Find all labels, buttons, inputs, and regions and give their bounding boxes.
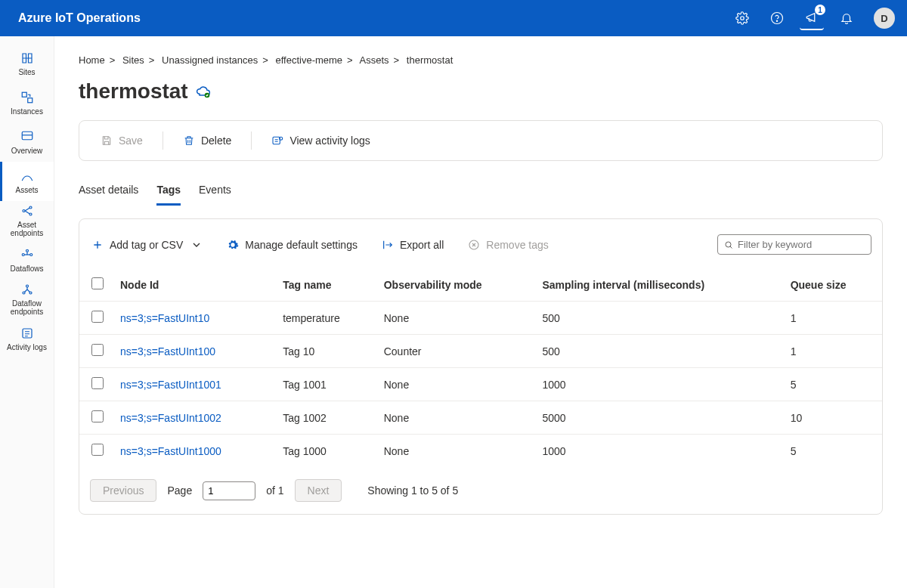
observability-cell: None <box>376 302 535 335</box>
row-checkbox[interactable] <box>91 377 104 389</box>
sampling-cell: 5000 <box>534 401 782 435</box>
queue-cell: 10 <box>783 401 882 435</box>
view-activity-logs-button[interactable]: View activity logs <box>264 130 377 151</box>
brand-title: Azure IoT Operations <box>18 11 141 25</box>
sidebar-item-sites[interactable]: Sites <box>0 44 54 83</box>
breadcrumb-current: thermostat <box>407 54 453 66</box>
node-id-link[interactable]: ns=3;s=FastUInt10 <box>113 302 275 335</box>
manage-defaults-button[interactable]: Manage default settings <box>225 236 359 254</box>
breadcrumb-link[interactable]: Sites <box>122 54 144 66</box>
delete-button[interactable]: Delete <box>175 130 239 151</box>
filter-input[interactable] <box>738 239 865 250</box>
observability-cell: Counter <box>376 335 535 368</box>
tags-table: Node Id Tag name Observability mode Samp… <box>79 268 882 467</box>
row-checkbox[interactable] <box>91 444 104 456</box>
breadcrumb-link[interactable]: effective-meme <box>275 54 342 66</box>
page-input[interactable] <box>203 481 255 500</box>
tag-name-cell: Tag 1000 <box>275 435 376 468</box>
plus-icon <box>91 239 104 251</box>
col-tag-name[interactable]: Tag name <box>275 268 376 302</box>
row-checkbox[interactable] <box>91 344 104 356</box>
save-button: Save <box>93 130 150 151</box>
observability-cell: None <box>376 401 535 435</box>
search-icon <box>724 240 733 250</box>
save-icon <box>101 135 113 147</box>
alerts-button[interactable]: 1 <box>800 6 824 30</box>
alert-badge: 1 <box>815 5 825 15</box>
table-row: ns=3;s=FastUInt10temperatureNone5001 <box>79 302 882 335</box>
tag-name-cell: Tag 1002 <box>275 401 376 435</box>
add-tag-button[interactable]: Add tag or CSV <box>90 236 204 254</box>
trash-icon <box>183 135 195 147</box>
node-id-link[interactable]: ns=3;s=FastUInt100 <box>113 335 275 368</box>
breadcrumb-link[interactable]: Unassigned instances <box>162 54 258 66</box>
col-queue[interactable]: Queue size <box>783 268 882 302</box>
breadcrumb-link[interactable]: Assets <box>360 54 389 66</box>
previous-button: Previous <box>90 479 156 502</box>
row-checkbox[interactable] <box>91 410 104 422</box>
sampling-cell: 1000 <box>534 435 782 468</box>
remove-tags-button: Remove tags <box>466 236 549 254</box>
sidebar-item-assets[interactable]: Assets <box>0 162 54 201</box>
sidebar-item-activity-logs[interactable]: Activity logs <box>0 319 54 358</box>
help-button[interactable] <box>765 6 789 30</box>
table-row: ns=3;s=FastUInt1002Tag 1002None500010 <box>79 401 882 435</box>
queue-cell: 5 <box>783 435 882 468</box>
toolbar: Save Delete View activity logs <box>79 120 883 161</box>
tags-card: Add tag or CSV Manage default settings E… <box>79 218 883 515</box>
remove-icon <box>468 239 480 251</box>
svg-point-6 <box>23 210 25 212</box>
sampling-cell: 500 <box>534 302 782 335</box>
tag-name-cell: Tag 1001 <box>275 368 376 401</box>
svg-rect-5 <box>22 132 33 140</box>
main-content: Home> Sites> Unassigned instances> effec… <box>54 36 907 588</box>
tag-name-cell: temperature <box>275 302 376 335</box>
node-id-link[interactable]: ns=3;s=FastUInt1002 <box>113 401 275 435</box>
tabs: Asset details Tags Events <box>79 179 883 206</box>
sidebar-item-overview[interactable]: Overview <box>0 122 54 162</box>
tab-asset-details[interactable]: Asset details <box>79 179 138 206</box>
svg-rect-17 <box>273 137 280 144</box>
separator <box>251 132 252 150</box>
breadcrumb: Home> Sites> Unassigned instances> effec… <box>79 54 883 66</box>
avatar[interactable]: D <box>874 8 895 29</box>
page-title-row: thermostat <box>79 79 883 104</box>
sidebar-item-instances[interactable]: Instances <box>0 83 54 122</box>
col-observability[interactable]: Observability mode <box>376 268 535 302</box>
svg-point-8 <box>29 213 32 215</box>
table-row: ns=3;s=FastUInt1001Tag 1001None10005 <box>79 368 882 401</box>
row-checkbox[interactable] <box>91 311 104 323</box>
activity-icon <box>271 135 283 147</box>
node-id-link[interactable]: ns=3;s=FastUInt1000 <box>113 435 275 468</box>
export-all-button[interactable]: Export all <box>380 236 445 254</box>
next-button: Next <box>295 479 342 502</box>
select-all-checkbox[interactable] <box>91 277 104 289</box>
node-id-link[interactable]: ns=3;s=FastUInt1001 <box>113 368 275 401</box>
svg-point-7 <box>29 206 32 209</box>
breadcrumb-link[interactable]: Home <box>79 54 105 66</box>
svg-point-11 <box>26 249 28 252</box>
observability-cell: None <box>376 435 535 468</box>
sidebar-item-asset-endpoints[interactable]: Asset endpoints <box>0 201 54 240</box>
top-bar: Azure IoT Operations 1 D <box>0 0 907 36</box>
header-actions: 1 D <box>730 6 895 30</box>
export-icon <box>382 239 394 251</box>
col-node-id[interactable]: Node Id <box>113 268 275 302</box>
assets-icon <box>20 169 34 183</box>
sidebar-item-dataflow-endpoints[interactable]: Dataflow endpoints <box>0 280 54 319</box>
table-actions: Add tag or CSV Manage default settings E… <box>79 230 882 268</box>
separator <box>163 132 163 150</box>
sidebar-item-dataflows[interactable]: Dataflows <box>0 240 54 280</box>
notifications-button[interactable] <box>834 6 859 30</box>
sidebar: Sites Instances Overview Assets Asset en… <box>0 36 54 588</box>
settings-button[interactable] <box>730 6 754 30</box>
tab-events[interactable]: Events <box>199 179 231 206</box>
page-of: of 1 <box>266 484 283 497</box>
dataflows-icon <box>20 248 34 262</box>
bell-icon <box>840 11 853 25</box>
gear-icon <box>735 11 749 25</box>
filter-field[interactable] <box>717 234 871 255</box>
col-sampling[interactable]: Sampling interval (milliseconds) <box>534 268 782 302</box>
tab-tags[interactable]: Tags <box>156 179 181 206</box>
svg-point-0 <box>741 17 744 20</box>
